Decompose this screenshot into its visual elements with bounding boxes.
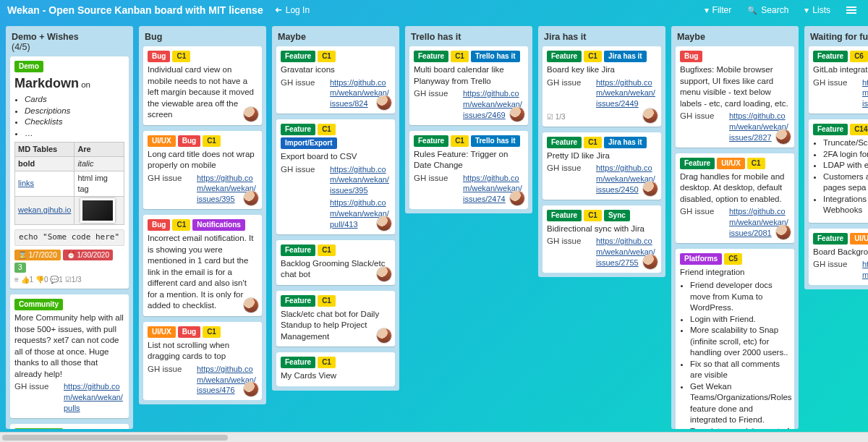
- card-label[interactable]: Feature: [813, 51, 848, 62]
- card[interactable]: DemoMarkdown onCardsDescriptionsChecklis…: [10, 56, 129, 289]
- card[interactable]: BugC1Individual card view on mobile need…: [143, 46, 262, 125]
- card[interactable]: FeatureC1Trello has itRules Feature: Tri…: [409, 131, 528, 210]
- card-label[interactable]: C1: [584, 137, 602, 148]
- gh-issue-link[interactable]: https://github.com/wekan: [862, 259, 868, 281]
- card-label[interactable]: Feature: [414, 51, 448, 62]
- card-label[interactable]: Feature: [547, 210, 582, 221]
- login-button[interactable]: Log In: [271, 4, 314, 17]
- card[interactable]: BugBugfixes: Mobile browser support, UI …: [676, 46, 794, 148]
- gh-issue-link[interactable]: https://github.com/wekan/wekan/issues/39…: [330, 164, 391, 197]
- card-label[interactable]: C1: [172, 219, 190, 231]
- card-label[interactable]: C1: [451, 51, 469, 62]
- horizontal-scrollbar[interactable]: [0, 432, 868, 442]
- card-label[interactable]: C1: [318, 51, 336, 62]
- card-label[interactable]: Trello has it: [471, 51, 520, 62]
- member-count-badge[interactable]: 3: [14, 263, 26, 273]
- search-button[interactable]: Search: [743, 4, 793, 17]
- card[interactable]: FeatureUI/UXC1Drag handles for mobile an…: [676, 153, 794, 243]
- card-label[interactable]: C1: [318, 245, 336, 256]
- member-avatar[interactable]: [243, 190, 259, 206]
- member-avatar[interactable]: [642, 254, 658, 270]
- card-label[interactable]: C1: [318, 357, 336, 368]
- card[interactable]: FeatureUI/UXBoard Background IGH issueht…: [809, 229, 868, 285]
- card-label[interactable]: UI/UX: [148, 326, 176, 338]
- card[interactable]: FeatureC1Jira has itPretty ID like JiraG…: [542, 132, 661, 200]
- board-title[interactable]: Wekan - Open Source Kanban board with MI…: [7, 4, 263, 16]
- card[interactable]: UI/UXBugC1Long card title does not wrap …: [143, 131, 262, 210]
- card[interactable]: BugC1NotificationsIncorrect email notifi…: [143, 215, 262, 316]
- card-label[interactable]: C6: [850, 51, 868, 62]
- card[interactable]: FeatureC14+SaTruncate/Scroll b2FA login …: [809, 119, 868, 223]
- gh-issue-link[interactable]: https://github.com/wekan/wekan/issues/24…: [596, 77, 657, 110]
- card-label[interactable]: C1: [318, 295, 336, 307]
- card-label[interactable]: C1: [203, 135, 221, 147]
- card-label[interactable]: Feature: [281, 295, 315, 307]
- card-label[interactable]: Feature: [680, 158, 715, 169]
- card-label[interactable]: Bug: [680, 51, 702, 62]
- card-label[interactable]: UI/UX: [850, 233, 868, 245]
- card-label[interactable]: Feature: [281, 357, 315, 368]
- card-label[interactable]: C1: [451, 135, 469, 147]
- member-avatar[interactable]: [509, 190, 525, 206]
- member-avatar[interactable]: [775, 129, 791, 145]
- start-date-badge[interactable]: ⌛ 1/7/2020: [14, 250, 61, 261]
- card-label[interactable]: Feature: [281, 51, 315, 62]
- card-label[interactable]: C5: [724, 253, 742, 265]
- card-label[interactable]: Jira has it: [604, 137, 647, 148]
- card[interactable]: FeatureC1Slack/etc chat bot for Daily St…: [276, 291, 395, 347]
- card-label[interactable]: C1: [203, 326, 221, 338]
- card-label[interactable]: Bug: [178, 135, 200, 147]
- card-label[interactable]: UI/UX: [148, 135, 176, 147]
- card[interactable]: CommunityMore Community help with all th…: [10, 294, 129, 418]
- card[interactable]: UI/UXBugC1List not scrolling when draggi…: [143, 322, 262, 401]
- board-canvas[interactable]: Demo + Wishes(4/5)DemoMarkdown onCardsDe…: [0, 20, 868, 432]
- card-label[interactable]: C1: [747, 158, 765, 169]
- card-label[interactable]: Feature: [281, 245, 315, 256]
- card-label[interactable]: UI/UX: [717, 158, 745, 169]
- card[interactable]: FeatureC650GitLab integrationGH issuehtt…: [809, 46, 868, 114]
- list-title[interactable]: Jira has it: [542, 30, 661, 46]
- card[interactable]: FeatureC1SyncBidirectional sync with Jir…: [542, 205, 661, 273]
- card-label[interactable]: Feature: [813, 124, 848, 135]
- list-title[interactable]: Maybe: [276, 30, 395, 46]
- member-avatar[interactable]: [376, 216, 392, 231]
- member-avatar[interactable]: [509, 106, 525, 122]
- card-label[interactable]: Bug: [178, 326, 200, 338]
- card[interactable]: FeatureC1Gravatar iconsGH issuehttps://g…: [276, 46, 395, 114]
- member-avatar[interactable]: [243, 297, 259, 313]
- card-label[interactable]: Sync: [604, 210, 630, 221]
- card-label[interactable]: Trello has it: [471, 135, 520, 147]
- member-avatar[interactable]: [243, 106, 259, 122]
- filter-button[interactable]: Filter: [700, 4, 736, 17]
- list-title[interactable]: Bug: [143, 30, 262, 46]
- card-label[interactable]: C1: [318, 124, 336, 135]
- card-label[interactable]: Feature: [414, 135, 448, 147]
- lists-menu[interactable]: Lists: [800, 4, 835, 17]
- card-label[interactable]: C1: [584, 210, 602, 221]
- member-avatar[interactable]: [642, 181, 658, 197]
- gh-issue-link[interactable]: https://github.com/wekan/wekan/pulls: [64, 381, 124, 414]
- card-label[interactable]: Demo: [14, 61, 43, 72]
- card[interactable]: FeatureC1My Cards View: [276, 352, 395, 386]
- member-avatar[interactable]: [376, 95, 392, 111]
- card-label[interactable]: Feature: [547, 137, 582, 148]
- card-label[interactable]: Import/Export: [281, 137, 337, 149]
- card-label[interactable]: Feature: [547, 51, 582, 62]
- due-date-badge[interactable]: ⏰ 1/30/2020: [63, 250, 113, 261]
- card[interactable]: FeatureC1Backlog Grooming Slack/etc chat…: [276, 240, 395, 285]
- card-label[interactable]: Community: [14, 428, 63, 429]
- gh-issue-link[interactable]: https://github.com/wekan/wekan/issues: [862, 77, 868, 110]
- card-label[interactable]: Platforms: [680, 253, 722, 265]
- card-label[interactable]: C1: [584, 51, 602, 62]
- card-label[interactable]: Jira has it: [604, 51, 647, 62]
- card[interactable]: PlatformsC5Friend integrationFriend deve…: [676, 249, 794, 429]
- card-label[interactable]: C1: [172, 51, 190, 62]
- list-title[interactable]: Waiting for funding: [809, 30, 868, 46]
- card[interactable]: FeatureC1Import/ExportExport board to CS…: [276, 119, 395, 234]
- card-label[interactable]: Bug: [148, 51, 170, 62]
- scrollbar-thumb[interactable]: [2, 435, 228, 441]
- card[interactable]: FeatureC1Trello has itMulti board calend…: [409, 46, 528, 125]
- board-menu-button[interactable]: [842, 5, 861, 15]
- member-avatar[interactable]: [376, 266, 392, 282]
- card-label[interactable]: Bug: [148, 219, 170, 231]
